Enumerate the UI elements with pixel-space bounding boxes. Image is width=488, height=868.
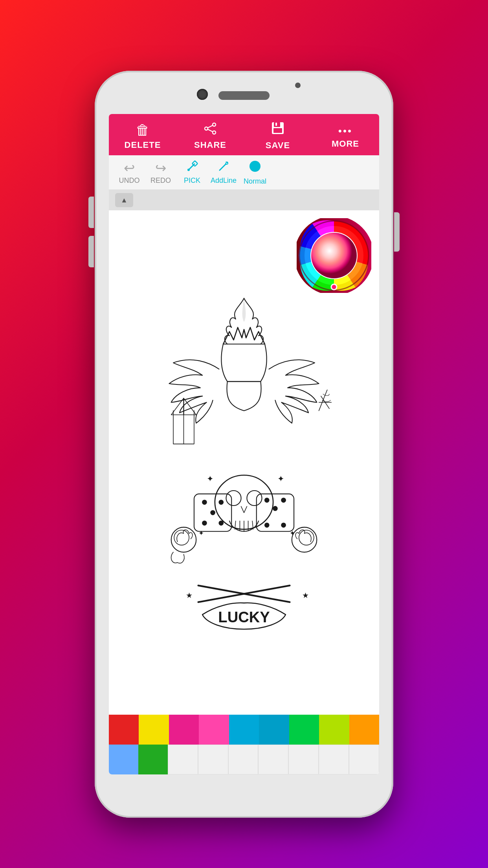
canvas-area[interactable]: LUCKY ✦ ✦ ✦ ✦ ★ ★ (109, 210, 379, 715)
expand-bar: ▲ (109, 190, 379, 210)
color-swatch-green[interactable] (289, 715, 319, 745)
color-swatch-darkgreen[interactable] (138, 745, 168, 774)
svg-point-36 (273, 506, 277, 511)
power-button[interactable] (394, 212, 400, 252)
color-swatch-yellow[interactable] (139, 715, 169, 745)
svg-line-4 (208, 129, 213, 132)
svg-text:✦: ✦ (277, 474, 284, 483)
color-swatch-lightblue[interactable] (109, 745, 138, 774)
svg-point-2 (213, 131, 216, 134)
addline-button[interactable]: AddLine (209, 160, 238, 185)
svg-point-33 (202, 521, 207, 525)
phone-frame: 🗑 DELETE SHARE (95, 71, 393, 818)
color-swatch-white7[interactable] (349, 745, 379, 774)
svg-point-42 (174, 530, 189, 545)
svg-point-1 (205, 127, 208, 130)
svg-point-38 (281, 498, 286, 502)
svg-point-15 (250, 161, 261, 172)
normal-icon (248, 159, 262, 177)
svg-point-30 (202, 500, 207, 504)
svg-point-31 (219, 500, 223, 504)
redo-icon: ↪ (155, 160, 166, 176)
volume-up-button[interactable] (88, 197, 94, 228)
expand-button[interactable]: ▲ (115, 193, 133, 207)
share-button[interactable]: SHARE (176, 121, 244, 150)
svg-point-22 (226, 490, 241, 505)
color-swatch-orange[interactable] (349, 715, 379, 745)
delete-icon: 🗑 (136, 122, 150, 138)
svg-text:✦: ✦ (207, 474, 214, 483)
more-icon: ••• (338, 125, 352, 137)
color-swatch-white2[interactable] (198, 745, 228, 774)
palette-row-1 (109, 715, 379, 745)
svg-point-0 (213, 123, 216, 126)
save-button[interactable]: SAVE (244, 121, 312, 151)
svg-point-11 (187, 169, 190, 171)
svg-point-23 (247, 490, 262, 505)
color-swatch-cyan1[interactable] (229, 715, 259, 745)
front-camera (197, 89, 208, 100)
color-swatch-lime[interactable] (319, 715, 349, 745)
share-icon (203, 121, 217, 138)
svg-point-32 (211, 510, 215, 515)
phone-body: 🗑 DELETE SHARE (95, 71, 393, 818)
color-swatch-cyan2[interactable] (259, 715, 289, 745)
save-icon (271, 121, 285, 139)
color-swatch-white4[interactable] (258, 745, 288, 774)
svg-text:✦: ✦ (198, 530, 204, 537)
svg-rect-8 (275, 123, 277, 126)
tattoo-artwork: LUCKY ✦ ✦ ✦ ✦ ★ ★ (109, 210, 379, 715)
color-swatch-pink[interactable] (169, 715, 199, 745)
svg-point-39 (265, 523, 269, 527)
color-swatch-hotpink[interactable] (199, 715, 229, 745)
svg-point-34 (219, 521, 223, 525)
color-swatch-white1[interactable] (168, 745, 198, 774)
proximity-sensor (295, 83, 301, 88)
redo-button[interactable]: ↪ REDO (147, 160, 175, 185)
svg-line-3 (208, 125, 213, 128)
palette-row-2 (109, 745, 379, 774)
svg-text:LUCKY: LUCKY (218, 609, 270, 625)
color-swatch-white6[interactable] (319, 745, 349, 774)
undo-icon: ↩ (124, 160, 135, 176)
sub-toolbar: ↩ UNDO ↪ REDO PICK (109, 155, 379, 190)
svg-point-37 (265, 498, 269, 502)
more-button[interactable]: ••• MORE (312, 123, 379, 149)
svg-text:★: ★ (302, 591, 309, 600)
pick-button[interactable]: PICK (178, 160, 206, 185)
svg-text:★: ★ (186, 591, 193, 600)
addline-icon (217, 160, 230, 176)
undo-button[interactable]: ↩ UNDO (115, 160, 143, 185)
speaker (218, 91, 270, 100)
phone-screen: 🗑 DELETE SHARE (109, 114, 379, 774)
svg-rect-7 (273, 128, 282, 133)
svg-point-40 (281, 523, 286, 527)
color-swatch-white3[interactable] (228, 745, 259, 774)
normal-button[interactable]: Normal (241, 159, 269, 186)
delete-button[interactable]: 🗑 DELETE (109, 122, 176, 150)
volume-down-button[interactable] (88, 236, 94, 267)
pick-icon (186, 160, 198, 176)
color-swatch-red[interactable] (109, 715, 139, 745)
svg-point-44 (299, 530, 314, 545)
color-palette (109, 715, 379, 774)
main-toolbar: 🗑 DELETE SHARE (109, 114, 379, 155)
color-swatch-white5[interactable] (288, 745, 319, 774)
svg-text:✦: ✦ (290, 530, 295, 537)
